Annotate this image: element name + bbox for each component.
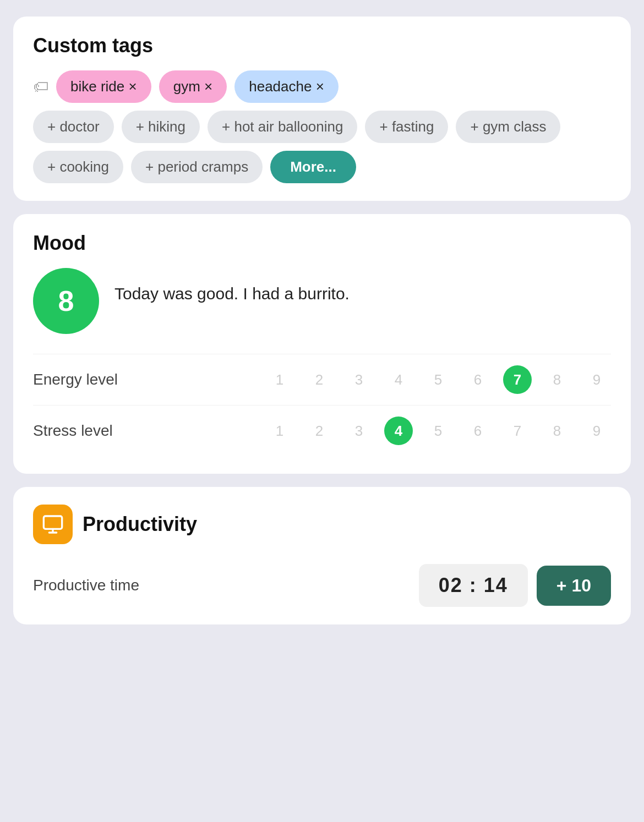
plus-ten-button[interactable]: + 10 xyxy=(537,566,611,606)
productive-time-label: Productive time xyxy=(33,577,139,594)
stress-3[interactable]: 3 xyxy=(345,417,373,445)
mood-note: Today was good. I had a burrito. xyxy=(114,268,350,303)
energy-7[interactable]: 7 xyxy=(503,365,532,394)
energy-9[interactable]: 9 xyxy=(582,365,611,394)
productive-time-right: 02 : 14 + 10 xyxy=(419,564,611,607)
mood-score: 8 xyxy=(58,284,74,317)
energy-6[interactable]: 6 xyxy=(463,365,492,394)
mood-score-circle: 8 xyxy=(33,268,99,334)
suggestion-cooking[interactable]: + cooking xyxy=(33,151,123,183)
tag-suggestions: + doctor + hiking + hot air ballooning +… xyxy=(33,111,611,183)
stress-6[interactable]: 6 xyxy=(463,417,492,445)
energy-3[interactable]: 3 xyxy=(345,365,373,394)
suggestion-hiking[interactable]: + hiking xyxy=(122,111,200,143)
mood-title: Mood xyxy=(33,232,611,255)
energy-level-row: Energy level 1 2 3 4 5 6 7 8 9 xyxy=(33,354,611,405)
productivity-header: Productivity xyxy=(33,505,611,544)
tag-icon: 🏷 xyxy=(33,78,48,96)
tag-headache[interactable]: headache × xyxy=(234,70,339,103)
productivity-icon xyxy=(33,505,73,544)
svg-rect-0 xyxy=(43,516,62,529)
energy-5[interactable]: 5 xyxy=(424,365,452,394)
suggestion-period-cramps[interactable]: + period cramps xyxy=(131,151,263,183)
tag-bike-ride[interactable]: bike ride × xyxy=(56,70,151,103)
active-tags-row: 🏷 bike ride × gym × headache × xyxy=(33,70,611,103)
stress-label: Stress level xyxy=(33,422,176,440)
energy-1[interactable]: 1 xyxy=(265,365,294,394)
custom-tags-card: Custom tags 🏷 bike ride × gym × headache… xyxy=(13,17,631,201)
suggestion-gym-class[interactable]: + gym class xyxy=(456,111,560,143)
energy-2[interactable]: 2 xyxy=(305,365,334,394)
energy-4[interactable]: 4 xyxy=(384,365,413,394)
mood-top: 8 Today was good. I had a burrito. xyxy=(33,268,611,334)
stress-2[interactable]: 2 xyxy=(305,417,334,445)
stress-5[interactable]: 5 xyxy=(424,417,452,445)
custom-tags-title: Custom tags xyxy=(33,34,611,57)
energy-label: Energy level xyxy=(33,371,176,388)
time-display: 02 : 14 xyxy=(419,564,528,607)
stress-numbers: 1 2 3 4 5 6 7 8 9 xyxy=(176,417,611,445)
stress-7[interactable]: 7 xyxy=(503,417,532,445)
productivity-title: Productivity xyxy=(83,513,197,536)
energy-8[interactable]: 8 xyxy=(543,365,571,394)
stress-level-row: Stress level 1 2 3 4 5 6 7 8 9 xyxy=(33,405,611,456)
stress-9[interactable]: 9 xyxy=(582,417,611,445)
tag-gym[interactable]: gym × xyxy=(159,70,227,103)
suggestion-doctor[interactable]: + doctor xyxy=(33,111,114,143)
mood-card: Mood 8 Today was good. I had a burrito. … xyxy=(13,214,631,474)
suggestion-hot-air-ballooning[interactable]: + hot air ballooning xyxy=(208,111,357,143)
energy-numbers: 1 2 3 4 5 6 7 8 9 xyxy=(176,365,611,394)
productivity-card: Productivity Productive time 02 : 14 + 1… xyxy=(13,487,631,624)
stress-1[interactable]: 1 xyxy=(265,417,294,445)
more-button[interactable]: More... xyxy=(270,151,356,183)
stress-8[interactable]: 8 xyxy=(543,417,571,445)
productive-time-row: Productive time 02 : 14 + 10 xyxy=(33,564,611,607)
stress-4[interactable]: 4 xyxy=(384,417,413,445)
suggestion-fasting[interactable]: + fasting xyxy=(365,111,448,143)
